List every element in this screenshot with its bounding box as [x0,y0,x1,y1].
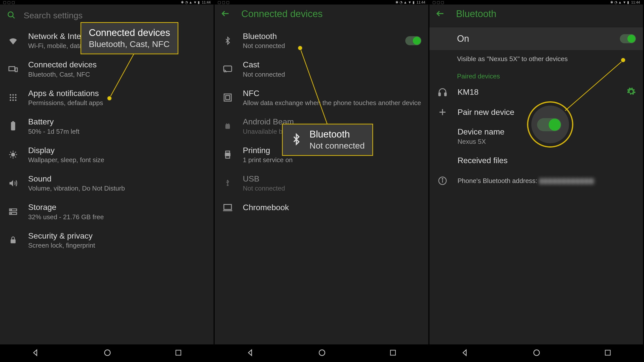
nav-recent-icon[interactable] [604,349,612,357]
svg-rect-38 [445,93,446,96]
nav-back-icon[interactable] [246,348,255,358]
back-arrow-icon[interactable] [435,9,445,19]
svg-point-4 [10,94,11,96]
page-title: Connected devices [241,9,323,19]
status-time: 11:44 [631,0,640,4]
nav-back-icon[interactable] [461,348,469,358]
svg-point-28 [226,123,227,124]
svg-point-11 [12,100,14,101]
item-chromebook[interactable]: Chromebook [215,197,428,217]
sound-icon [7,178,19,188]
usb-icon [222,178,234,188]
phone-settings: ▢ ▢ ▢ ✱ ◔ ▲ ▼ ▮ 11:44 Network & Internet… [0,0,215,362]
wifi-icon [7,36,19,46]
svg-point-0 [8,12,13,17]
cast-icon [222,64,234,74]
header: Bluetooth [429,5,643,26]
info-icon [436,176,449,185]
bluetooth-on-bar[interactable]: On [429,27,643,50]
svg-rect-2 [9,67,15,71]
phone-connected-devices: ▢ ▢ ▢ ✱ ◔ ▲ ▼ ▮ 11:44 Connected devices … [215,0,429,362]
item-nfc[interactable]: NFCAllow data exchange when the phone to… [215,83,428,112]
svg-rect-31 [226,151,230,153]
nfc-icon [222,93,234,102]
svg-point-34 [319,350,325,356]
page-title: Bluetooth [456,9,497,19]
paired-device-km18[interactable]: KM18 [429,82,643,102]
navigation-bar [0,344,214,362]
print-icon [222,150,234,159]
nav-home-icon[interactable] [532,348,541,358]
plus-icon [436,108,449,117]
settings-item-sound[interactable]: SoundVolume, vibration, Do Not Disturb [0,169,214,197]
item-cast[interactable]: CastNot connected [215,55,428,83]
bluetooth-address-row: Phone's Bluetooth address: [429,170,643,191]
svg-point-6 [15,94,17,96]
nav-back-icon[interactable] [31,348,40,358]
settings-item-storage[interactable]: Storage32% used - 21.76 GB free [0,197,214,226]
svg-point-7 [10,97,11,98]
settings-item-battery[interactable]: Battery50% - 1d 57m left [0,112,214,140]
svg-rect-27 [225,125,230,129]
svg-rect-22 [176,350,181,355]
apps-icon [7,93,19,102]
nav-recent-icon[interactable] [389,349,397,357]
settings-item-display[interactable]: DisplayWallpaper, sleep, font size [0,141,214,169]
on-label: On [457,33,620,44]
svg-rect-26 [226,96,230,100]
laptop-icon [222,202,234,212]
svg-rect-35 [390,350,395,355]
callout-toggle-enlarged [537,118,561,131]
svg-point-5 [12,94,14,96]
svg-point-10 [10,100,11,101]
status-bar: ▢ ▢ ▢ ✱ ◔ ▲ ▼ ▮ 11:44 [0,0,214,5]
svg-point-41 [442,178,443,179]
nav-home-icon[interactable] [103,348,112,358]
callout-dot [107,96,112,101]
item-usb: USBNot connected [215,169,428,197]
svg-point-15 [11,153,15,157]
navigation-bar [429,344,643,362]
settings-item-security[interactable]: Security & privacyScreen lock, fingerpri… [0,226,214,254]
bluetooth-toggle[interactable] [405,36,421,45]
gear-icon[interactable] [626,87,636,97]
storage-icon [7,207,19,216]
svg-rect-13 [11,122,15,130]
svg-point-29 [228,123,229,124]
item-bluetooth[interactable]: BluetoothNot connected [215,26,428,55]
search-input[interactable] [24,11,207,20]
visibility-note: Visible as "Nexus 5X" to other devices [429,50,643,68]
svg-point-12 [15,100,17,101]
lock-icon [7,236,19,244]
android-icon [222,122,234,131]
svg-rect-37 [439,93,440,96]
nav-home-icon[interactable] [318,348,326,358]
bluetooth-icon [290,133,302,146]
bt-address-blurred [539,178,594,184]
svg-point-21 [104,350,110,356]
search-icon [7,11,16,20]
callout-connected-devices: Connected devices Bluetooth, Cast, NFC [80,22,178,54]
bt-address-label: Phone's Bluetooth address: [458,177,539,185]
svg-rect-25 [224,94,231,101]
bluetooth-icon [222,36,234,45]
bluetooth-master-toggle[interactable] [620,34,636,43]
section-paired-devices: Paired devices [429,68,643,82]
svg-point-8 [12,97,14,98]
nav-recent-icon[interactable] [175,349,182,357]
received-files-row[interactable]: Received files [429,151,643,170]
svg-point-19 [11,213,12,214]
svg-rect-24 [224,66,232,71]
battery-icon [7,121,19,131]
callout-dot [621,58,626,63]
settings-item-connected-devices[interactable]: Connected devicesBluetooth, Cast, NFC [0,55,214,83]
svg-rect-14 [12,121,14,122]
svg-rect-3 [15,68,17,72]
svg-line-1 [12,16,15,18]
back-arrow-icon[interactable] [221,9,230,19]
status-bar: ▢ ▢ ▢ ✱ ◔ ▲ ▼ ▮ 11:44 [215,0,428,5]
status-time: 11:44 [417,0,425,4]
svg-rect-33 [224,205,231,210]
navigation-bar [215,344,428,362]
header: Connected devices [215,5,428,26]
